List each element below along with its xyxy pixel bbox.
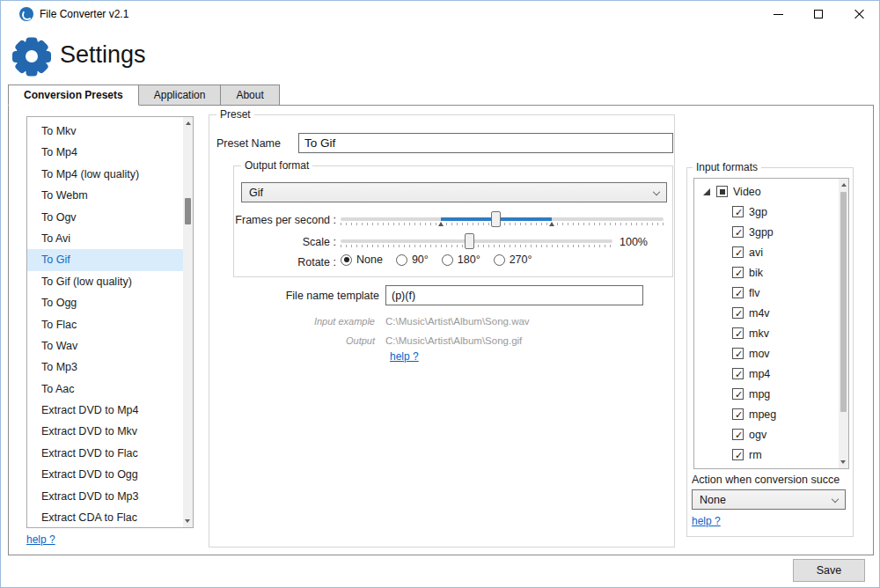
rotate-label: Rotate : (234, 256, 336, 268)
tree-scrollbar[interactable] (839, 179, 848, 468)
title-bar[interactable]: File Converter v2.1 (1, 1, 879, 27)
tree-item-label: Video (733, 186, 761, 198)
preset-list-item[interactable]: Extract DVD to Flac (27, 443, 183, 464)
maximize-button[interactable] (798, 1, 839, 27)
format-item[interactable]: mpg (694, 384, 848, 404)
scrollbar-thumb[interactable] (840, 192, 847, 412)
preset-list-item[interactable]: To Aac (27, 379, 183, 400)
format-checkbox[interactable] (732, 429, 744, 440)
preset-list-item[interactable]: To Gif (low quality) (27, 271, 183, 292)
preset-list-item[interactable]: To Webm (27, 185, 183, 206)
fps-label: Frames per second : (234, 214, 336, 226)
preset-name-input[interactable] (298, 133, 673, 153)
preset-list-item[interactable]: To Gif (27, 249, 183, 270)
preset-list-item[interactable]: To Avi (27, 228, 183, 249)
page-title: Settings (60, 41, 146, 69)
scroll-down-icon[interactable] (185, 519, 190, 523)
tree-item-video[interactable]: Video (694, 181, 848, 202)
preset-list-scrollbar[interactable] (183, 117, 193, 527)
format-item[interactable]: mp4 (694, 364, 848, 384)
format-checkbox[interactable] (732, 449, 744, 460)
preset-list-item[interactable]: To Mp4 (low quality) (27, 164, 183, 185)
format-label: ogv (749, 429, 766, 441)
format-checkbox[interactable] (732, 267, 744, 278)
save-button[interactable]: Save (793, 559, 865, 582)
minimize-button[interactable] (758, 1, 798, 27)
fps-slider-ticks (341, 223, 664, 225)
format-checkbox[interactable] (732, 348, 744, 359)
window-title: File Converter v2.1 (40, 1, 128, 27)
format-checkbox[interactable] (732, 206, 744, 217)
presets-help-link[interactable]: help ? (26, 533, 55, 546)
scale-slider[interactable] (341, 232, 612, 250)
format-item[interactable]: m4v (694, 303, 848, 323)
format-checkbox[interactable] (732, 226, 744, 238)
scrollbar-thumb[interactable] (185, 198, 191, 224)
format-item[interactable]: mov (694, 343, 848, 364)
format-checkbox[interactable] (732, 246, 744, 258)
format-item[interactable]: rm (694, 445, 848, 465)
fps-slider[interactable] (341, 210, 664, 228)
output-format-dropdown[interactable]: Gif (241, 182, 667, 202)
format-item[interactable]: mkv (694, 323, 848, 343)
format-item[interactable]: flv (694, 283, 848, 303)
tab-bar: Conversion Presets Application About (8, 85, 280, 106)
format-checkbox[interactable] (732, 307, 744, 319)
preset-list-item[interactable]: Extract DVD to Mp3 (27, 486, 183, 507)
scroll-down-icon[interactable] (840, 460, 846, 464)
rotate-option-none[interactable]: None (341, 254, 383, 266)
output-format-value: Gif (249, 187, 263, 199)
preset-list-item[interactable]: To Wav (27, 335, 183, 356)
video-checkbox[interactable] (716, 186, 728, 197)
rotate-option-270[interactable]: 270° (494, 254, 532, 266)
format-item[interactable]: avi (694, 242, 848, 262)
preset-list-item[interactable]: Extract DVD to Mkv (27, 421, 183, 442)
format-label: 3gpp (749, 226, 774, 239)
scale-slider-thumb[interactable] (465, 233, 474, 249)
preset-list-item[interactable]: To Flac (27, 314, 183, 335)
preset-list-item[interactable]: Extract CDA to Flac (27, 507, 183, 528)
format-item[interactable]: ogv (694, 424, 848, 445)
scale-value: 100% (620, 236, 648, 248)
preset-list-item[interactable]: To Mkv (27, 121, 183, 142)
close-button[interactable] (839, 1, 879, 27)
scroll-up-icon[interactable] (186, 121, 191, 125)
format-item[interactable]: 3gpp (694, 222, 848, 242)
format-item[interactable]: bik (694, 262, 848, 283)
format-label: bik (749, 267, 763, 279)
preset-list-item[interactable]: Extract DVD to Mp4 (27, 400, 183, 421)
template-help-link[interactable]: help ? (390, 350, 419, 363)
format-item[interactable]: 3gp (694, 202, 848, 222)
radio-icon[interactable] (396, 254, 407, 266)
tab-about[interactable]: About (221, 85, 279, 106)
scroll-up-icon[interactable] (841, 183, 847, 187)
formats-help-link[interactable]: help ? (692, 515, 721, 527)
format-checkbox[interactable] (732, 408, 744, 420)
tab-application[interactable]: Application (139, 85, 222, 106)
preset-list-item[interactable]: To Ogv (27, 207, 183, 228)
app-window: File Converter v2.1 Settings Conversion … (0, 0, 880, 588)
radio-icon[interactable] (341, 254, 352, 266)
fps-slider-thumb[interactable] (491, 211, 501, 227)
preset-list-item[interactable]: Extract DVD to Ogg (27, 464, 183, 485)
preset-list-item[interactable]: To Ogg (27, 292, 183, 313)
preset-list-item[interactable]: To Mp4 (27, 142, 183, 163)
radio-icon[interactable] (442, 254, 453, 266)
rotate-option-180[interactable]: 180° (442, 254, 480, 266)
chevron-down-icon (653, 187, 660, 195)
tab-conversion-presets[interactable]: Conversion Presets (8, 85, 139, 106)
rotate-option-90[interactable]: 90° (396, 254, 429, 266)
format-item[interactable]: mpeg (694, 404, 848, 424)
window-controls (758, 1, 879, 27)
preset-list-item[interactable]: To Mp3 (27, 356, 183, 378)
file-name-template-input[interactable] (385, 285, 643, 305)
format-checkbox[interactable] (732, 368, 744, 379)
format-checkbox[interactable] (732, 327, 744, 339)
expander-icon[interactable] (703, 188, 710, 195)
scale-slider-track[interactable] (341, 239, 612, 243)
radio-icon[interactable] (494, 254, 505, 266)
format-checkbox[interactable] (732, 287, 744, 298)
conversion-action-dropdown[interactable]: None (692, 489, 846, 510)
format-label: 3gp (749, 206, 767, 218)
format-checkbox[interactable] (732, 388, 744, 400)
